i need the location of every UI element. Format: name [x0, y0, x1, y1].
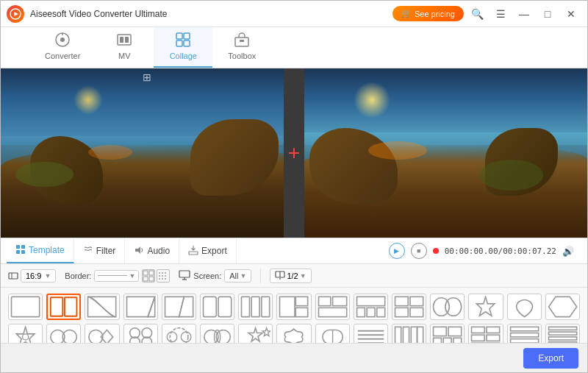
svg-rect-29	[179, 271, 190, 277]
template-item-21[interactable]	[200, 324, 234, 343]
stop-button[interactable]: ■	[411, 243, 427, 259]
svg-rect-22	[143, 271, 148, 275]
svg-rect-15	[21, 245, 25, 249]
template-item-23[interactable]	[276, 324, 311, 343]
audio-icon	[134, 245, 144, 257]
app-title: Aiseesoft Video Converter Ultimate	[30, 9, 168, 19]
playback-controls: ▶ ■ 00:00:00.00/00:00:07.22 🔊	[381, 243, 581, 259]
svg-rect-88	[395, 327, 401, 343]
tab-mv[interactable]: MV	[95, 27, 154, 68]
svg-rect-11	[184, 40, 190, 46]
template-item-27[interactable]	[430, 324, 465, 343]
video-bg-left	[1, 68, 293, 238]
tab-toolbox[interactable]: Toolbox	[212, 27, 271, 68]
template-item-3[interactable]	[85, 294, 119, 320]
template-item-10[interactable]	[354, 294, 388, 320]
ctrl-tab-filter-label: Filter	[96, 246, 116, 256]
svg-marker-64	[548, 296, 576, 316]
video-panel-right[interactable]	[295, 68, 588, 238]
minimize-button[interactable]: —	[514, 4, 534, 24]
template-item-1[interactable]	[8, 294, 43, 320]
svg-rect-50	[318, 296, 330, 305]
svg-point-3	[60, 38, 65, 42]
add-media-plus[interactable]: +	[288, 141, 300, 165]
close-button[interactable]: ✕	[561, 4, 581, 24]
template-item-4[interactable]	[123, 294, 158, 320]
template-item-28[interactable]	[468, 324, 503, 343]
svg-rect-89	[403, 327, 409, 343]
border-dropdown[interactable]: ▼	[94, 270, 139, 282]
template-item-5[interactable]	[162, 294, 196, 320]
cart-icon: 🛒	[401, 9, 412, 18]
svg-marker-39	[148, 296, 155, 316]
play-button[interactable]: ▶	[389, 243, 405, 259]
search-icon-button[interactable]: 🔍	[467, 4, 487, 24]
mv-icon	[116, 32, 132, 49]
grid-style-1[interactable]	[142, 269, 155, 283]
svg-rect-14	[16, 245, 20, 249]
svg-marker-38	[126, 296, 154, 316]
svg-rect-36	[51, 297, 63, 316]
template-item-12[interactable]	[430, 294, 465, 320]
video-area: ⊞ +	[1, 68, 587, 238]
ctrl-tab-audio[interactable]: Audio	[125, 238, 179, 263]
screen-dropdown[interactable]: All ▼	[224, 269, 251, 283]
maximize-button[interactable]: □	[537, 4, 558, 24]
template-item-18[interactable]	[85, 324, 119, 343]
template-item-6[interactable]	[200, 294, 234, 320]
template-item-15[interactable]	[545, 294, 580, 320]
svg-rect-17	[21, 250, 25, 254]
svg-rect-43	[218, 296, 232, 316]
template-item-8[interactable]	[276, 294, 311, 320]
menu-icon-button[interactable]: ☰	[490, 4, 511, 24]
tab-converter[interactable]: Converter	[30, 27, 95, 68]
see-pricing-button[interactable]: 🛒 See pricing	[392, 6, 464, 21]
titlebar-left: Aiseesoft Video Converter Ultimate	[7, 5, 168, 23]
svg-rect-53	[356, 296, 384, 305]
template-item-30[interactable]	[545, 324, 580, 343]
tab-toolbox-label: Toolbox	[228, 51, 256, 60]
svg-marker-82	[262, 328, 270, 336]
ratio-control: 16:9 ▼	[8, 269, 56, 283]
ratio-select[interactable]: 16:9 ▼	[21, 269, 56, 283]
svg-rect-99	[472, 335, 485, 341]
template-item-17[interactable]	[46, 324, 81, 343]
video-panel-left[interactable]: ⊞	[1, 68, 295, 238]
template-item-26[interactable]	[392, 324, 426, 343]
svg-rect-9	[184, 33, 190, 39]
ctrl-tab-filter[interactable]: Filter	[74, 238, 126, 263]
template-item-29[interactable]	[507, 324, 542, 343]
svg-point-76	[167, 332, 177, 342]
ratio-icon	[8, 271, 18, 281]
svg-rect-45	[251, 296, 259, 316]
template-item-16[interactable]	[8, 324, 43, 343]
half-select[interactable]: 1/2 ▼	[270, 269, 311, 283]
template-item-14[interactable]	[507, 294, 542, 320]
grid-style-2[interactable]	[157, 269, 170, 283]
tab-collage[interactable]: Collage	[154, 27, 212, 68]
svg-rect-98	[487, 327, 500, 333]
template-item-13[interactable]	[468, 294, 503, 320]
svg-point-62	[445, 298, 462, 316]
ctrl-tab-template[interactable]: Template	[7, 238, 74, 263]
controls-bar: Template Filter Audio	[1, 238, 587, 264]
svg-rect-54	[356, 308, 365, 316]
template-item-9[interactable]	[315, 294, 350, 320]
template-item-2[interactable]	[46, 294, 81, 320]
template-item-20[interactable]	[162, 324, 196, 343]
ctrl-tab-export[interactable]: Export	[179, 238, 237, 263]
template-item-24[interactable]	[315, 324, 350, 343]
template-item-11[interactable]	[392, 294, 426, 320]
screen-chevron-icon: ▼	[240, 272, 247, 280]
svg-rect-16	[16, 250, 20, 254]
svg-rect-60	[410, 308, 423, 316]
svg-rect-7	[125, 37, 129, 43]
template-controls: 16:9 ▼ Border: ▼	[1, 264, 587, 288]
template-item-19[interactable]	[123, 324, 158, 343]
template-item-22[interactable]	[238, 324, 273, 343]
volume-icon[interactable]: 🔊	[562, 246, 574, 257]
template-item-25[interactable]	[354, 324, 388, 343]
export-button[interactable]: Export	[523, 348, 578, 369]
template-tab-icon	[15, 244, 26, 257]
template-item-7[interactable]	[238, 294, 273, 320]
